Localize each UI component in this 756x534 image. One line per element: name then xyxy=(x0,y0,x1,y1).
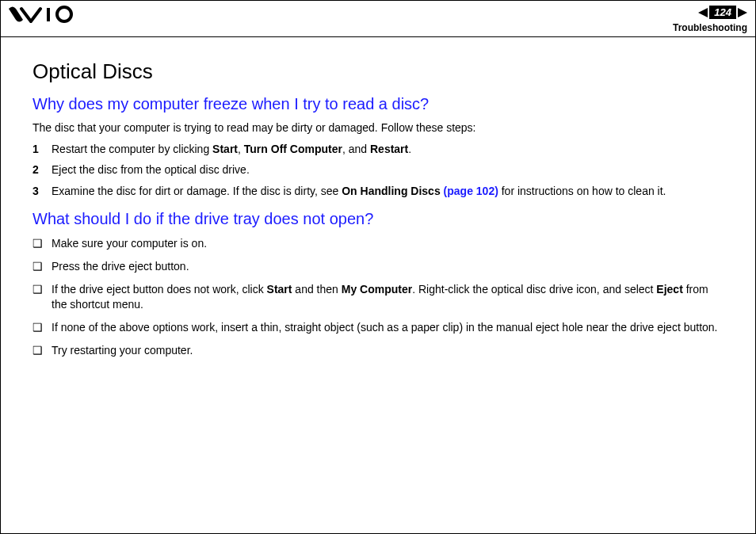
item-text: Press the drive eject button. xyxy=(52,259,724,274)
step-item: Examine the disc for dirt or damage. If … xyxy=(32,184,724,199)
question-1-heading: Why does my computer freeze when I try t… xyxy=(32,95,724,113)
vaio-logo xyxy=(9,6,88,26)
question-1-intro: The disc that your computer is trying to… xyxy=(32,121,724,134)
page-nav: 124 xyxy=(698,6,747,19)
step-text: Eject the disc from the optical disc dri… xyxy=(52,162,724,177)
list-item: Make sure your computer is on. xyxy=(32,236,724,251)
item-text: Make sure your computer is on. xyxy=(52,236,724,251)
section-label: Troubleshooting xyxy=(673,22,747,33)
page-102-link[interactable]: (page 102) xyxy=(444,185,498,197)
list-item: Press the drive eject button. xyxy=(32,259,724,274)
page-frame: 124 Troubleshooting Optical Discs Why do… xyxy=(0,0,756,534)
page-title: Optical Discs xyxy=(32,59,724,84)
step-item: Eject the disc from the optical disc dri… xyxy=(32,162,724,177)
page-header: 124 Troubleshooting xyxy=(1,1,755,37)
step-text: Restart the computer by clicking Start, … xyxy=(52,142,724,157)
svg-point-1 xyxy=(57,7,71,21)
question-1-steps: Restart the computer by clicking Start, … xyxy=(32,142,724,200)
list-item: If none of the above options work, inser… xyxy=(32,320,724,335)
svg-rect-0 xyxy=(47,8,50,21)
next-page-arrow-icon[interactable] xyxy=(738,8,747,17)
list-item: Try restarting your computer. xyxy=(32,343,724,358)
step-text: Examine the disc for dirt or damage. If … xyxy=(52,184,724,199)
prev-page-arrow-icon[interactable] xyxy=(698,8,708,17)
item-text: If the drive eject button does not work,… xyxy=(52,282,724,312)
item-text: Try restarting your computer. xyxy=(52,343,724,358)
list-item: If the drive eject button does not work,… xyxy=(32,282,724,312)
question-2-list: Make sure your computer is on. Press the… xyxy=(32,236,724,357)
page-content: Optical Discs Why does my computer freez… xyxy=(1,37,755,358)
item-text: If none of the above options work, inser… xyxy=(52,320,724,335)
page-number: 124 xyxy=(709,6,736,19)
header-right: 124 Troubleshooting xyxy=(673,6,747,33)
question-2-heading: What should I do if the drive tray does … xyxy=(32,210,724,228)
step-item: Restart the computer by clicking Start, … xyxy=(32,142,724,157)
